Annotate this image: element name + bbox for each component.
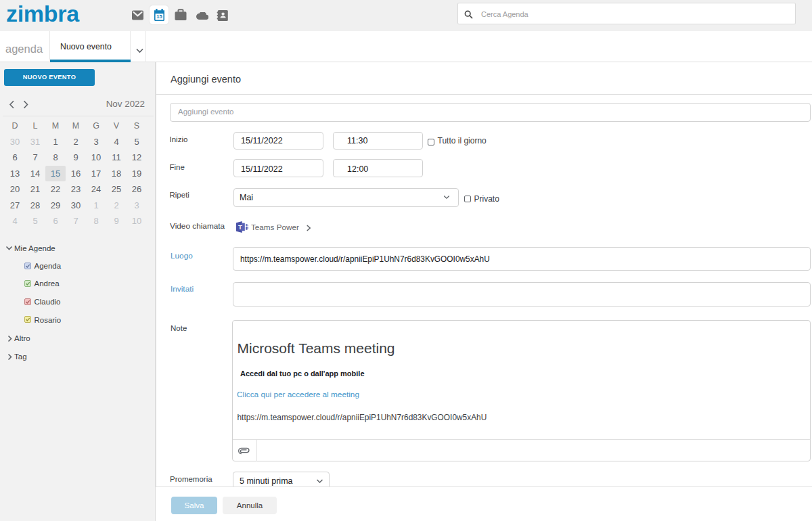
svg-text:15: 15	[156, 14, 162, 20]
svg-text:T: T	[238, 223, 242, 230]
